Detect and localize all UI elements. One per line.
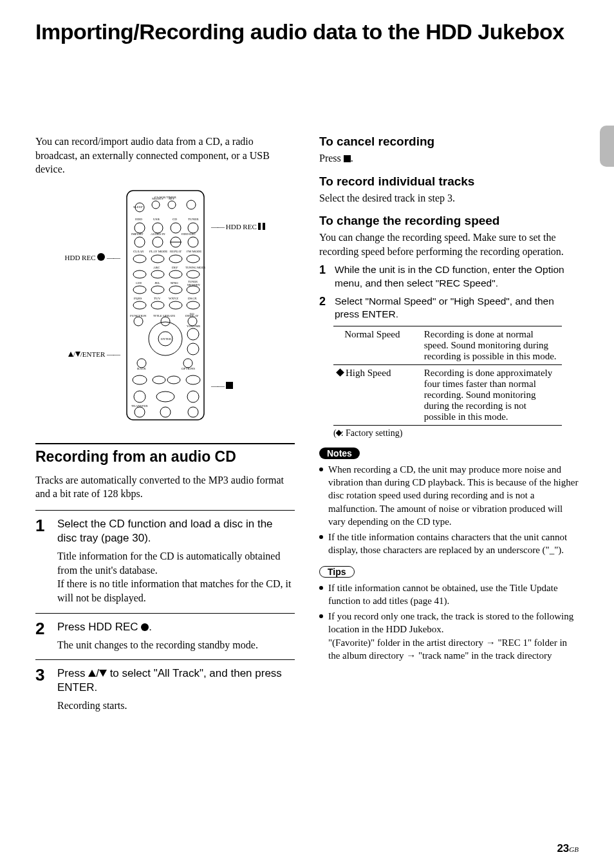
svg-text:JKL: JKL	[154, 281, 160, 285]
svg-text:WXYZ: WXYZ	[169, 297, 178, 300]
svg-text:AUDIO IN: AUDIO IN	[151, 232, 165, 236]
label-enter: //ENTER ——	[65, 342, 120, 368]
svg-text:CLEAR: CLEAR	[133, 250, 144, 253]
recording-speed-block: To change the recording speed You can ch…	[319, 214, 579, 439]
svg-text:MEMORY: MEMORY	[187, 283, 201, 287]
svg-point-30	[161, 317, 170, 326]
sub-body: Press .	[319, 151, 579, 165]
right-column: To cancel recording Press . To record in…	[319, 135, 579, 721]
svg-text:PQRS: PQRS	[134, 297, 142, 300]
svg-point-18	[151, 270, 164, 278]
svg-point-42	[134, 391, 145, 402]
remote-illustration: CLOCK/TIMER SLEEP SELECT SET HDDUSBCDTUN…	[124, 189, 207, 424]
step-number: 1	[35, 517, 57, 605]
svg-text:FM MODE: FM MODE	[187, 250, 201, 253]
tips-badge: Tips	[319, 566, 355, 578]
svg-point-28	[187, 301, 200, 309]
label-hdd-rec-right: —— HDD REC	[211, 223, 265, 231]
page-title: Importing/Recording audio data to the HD…	[35, 19, 579, 44]
stop-icon	[344, 155, 351, 162]
cancel-recording-block: To cancel recording Press .	[319, 135, 579, 165]
svg-point-44	[187, 391, 199, 402]
svg-point-19	[169, 270, 182, 278]
svg-text:CD: CD	[172, 218, 177, 221]
svg-point-21	[133, 286, 146, 294]
remote-figure: HDD REC —— //ENTER ——	[35, 189, 295, 424]
down-arrow-icon	[75, 352, 80, 357]
list-item: If the title information contains charac…	[319, 531, 579, 557]
sub-body: You can change the recording speed. Make…	[319, 231, 579, 258]
step-heading: Select the CD function and load a disc i…	[57, 517, 295, 545]
svg-point-38	[133, 375, 147, 384]
svg-point-4	[187, 200, 196, 209]
svg-text:SET: SET	[169, 197, 174, 200]
svg-text:DISPLAY: DISPLAY	[185, 314, 199, 317]
tips-block: Tips If title information cannot be obta…	[319, 566, 579, 663]
list-item: If title information cannot be obtained,…	[319, 581, 579, 608]
svg-text:IMPORT: IMPORT	[131, 232, 144, 236]
step-description: The unit changes to the recording standb…	[57, 638, 295, 652]
svg-text:TRANSFER: TRANSFER	[131, 404, 148, 408]
svg-point-27	[169, 301, 182, 309]
left-column: You can record/import audio data from a …	[35, 135, 295, 721]
svg-text:OPTIONS: OPTIONS	[181, 367, 195, 370]
svg-point-6	[153, 223, 163, 233]
svg-point-8	[188, 223, 198, 233]
svg-text:DSGX: DSGX	[188, 297, 197, 300]
svg-text:SLEEP: SLEEP	[133, 205, 143, 209]
stop-icon	[226, 382, 233, 389]
svg-point-37	[183, 359, 192, 368]
step-description: Recording starts.	[57, 699, 295, 713]
svg-text:SELECT: SELECT	[152, 197, 163, 200]
svg-text:GHI: GHI	[136, 281, 142, 285]
list-item: When recording a CD, the unit may produc…	[319, 463, 579, 528]
down-arrow-icon	[99, 670, 107, 677]
label-stop: ——	[211, 382, 265, 390]
section-heading: Recording from an audio CD	[35, 448, 295, 466]
sub-heading: To record individual tracks	[319, 175, 579, 189]
section-lead: Tracks are automatically converted to th…	[35, 473, 295, 501]
table-row: Normal Speed Recording is done at normal…	[333, 326, 562, 364]
svg-text:BACK: BACK	[137, 367, 146, 370]
svg-point-15	[169, 255, 182, 263]
svg-point-9	[135, 237, 145, 247]
mini-step-2: 2 Select "Normal Speed" or "High Speed",…	[319, 295, 579, 321]
svg-point-12	[188, 237, 198, 247]
thumb-tab	[600, 126, 614, 167]
svg-text:HDD: HDD	[135, 218, 142, 221]
svg-point-20	[187, 270, 200, 278]
notes-list: When recording a CD, the unit may produc…	[319, 463, 579, 557]
svg-point-34	[187, 328, 199, 340]
svg-text:FUNCTION: FUNCTION	[130, 314, 147, 317]
speed-table: Normal Speed Recording is done at normal…	[333, 326, 562, 426]
svg-point-24	[187, 286, 200, 294]
svg-text:TITLE UPDATE: TITLE UPDATE	[153, 314, 175, 317]
tips-list: If title information cannot be obtained,…	[319, 581, 579, 663]
notes-badge: Notes	[319, 448, 360, 459]
svg-rect-0	[127, 191, 204, 420]
svg-point-10	[153, 237, 163, 247]
record-icon	[141, 623, 149, 631]
svg-text:TUNER: TUNER	[188, 218, 199, 221]
pause-icon	[258, 223, 265, 230]
step-heading: Press / to select "All Track", and then …	[57, 666, 295, 695]
svg-point-16	[187, 255, 200, 263]
factory-setting-note: (: Factory setting)	[333, 428, 579, 439]
list-item: If you record only one track, the track …	[319, 610, 579, 662]
diamond-icon	[336, 368, 344, 377]
svg-text:PLAY MODE: PLAY MODE	[149, 250, 167, 253]
up-arrow-icon	[68, 352, 73, 357]
svg-point-5	[135, 223, 145, 233]
svg-point-35	[187, 343, 199, 355]
step-1: 1 Select the CD function and load a disc…	[35, 510, 295, 613]
step-number: 2	[35, 620, 57, 652]
svg-point-13	[133, 255, 146, 263]
svg-point-14	[151, 255, 164, 263]
notes-block: Notes When recording a CD, the unit may …	[319, 448, 579, 557]
svg-point-23	[169, 286, 182, 294]
svg-text:TUNING MODE: TUNING MODE	[185, 266, 206, 269]
svg-point-17	[133, 270, 146, 278]
svg-text:TUV: TUV	[154, 297, 161, 300]
record-icon	[97, 253, 105, 261]
section-rule	[35, 443, 295, 444]
